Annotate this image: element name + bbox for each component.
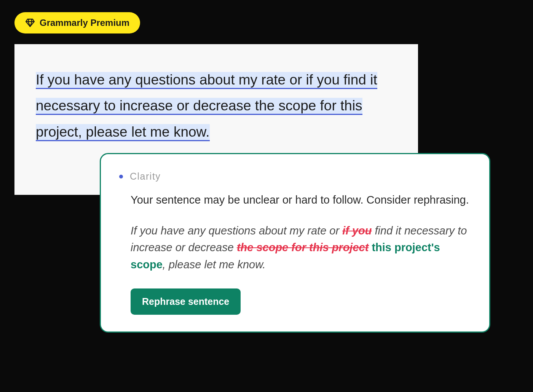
suggestion-category: Clarity bbox=[130, 171, 161, 182]
rewrite-segment: , please let me know. bbox=[163, 258, 266, 271]
suggestion-header: Clarity bbox=[119, 171, 471, 182]
suggestion-rewrite: If you have any questions about my rate … bbox=[131, 222, 471, 274]
suggestion-description: Your sentence may be unclear or hard to … bbox=[131, 192, 471, 209]
highlighted-text[interactable]: If you have any questions about my rate … bbox=[36, 72, 377, 141]
rephrase-button[interactable]: Rephrase sentence bbox=[131, 288, 241, 315]
premium-badge-label: Grammarly Premium bbox=[40, 18, 129, 28]
editor-sentence[interactable]: If you have any questions about my rate … bbox=[36, 67, 397, 145]
suggestion-card: Clarity Your sentence may be unclear or … bbox=[100, 153, 490, 333]
premium-badge: Grammarly Premium bbox=[14, 12, 140, 33]
rewrite-strike: if you bbox=[342, 225, 372, 237]
rewrite-segment: If you have any questions about my rate … bbox=[131, 225, 342, 237]
category-dot-icon bbox=[119, 175, 123, 178]
rewrite-strike: the scope for this project bbox=[237, 241, 369, 253]
diamond-icon bbox=[25, 18, 35, 28]
